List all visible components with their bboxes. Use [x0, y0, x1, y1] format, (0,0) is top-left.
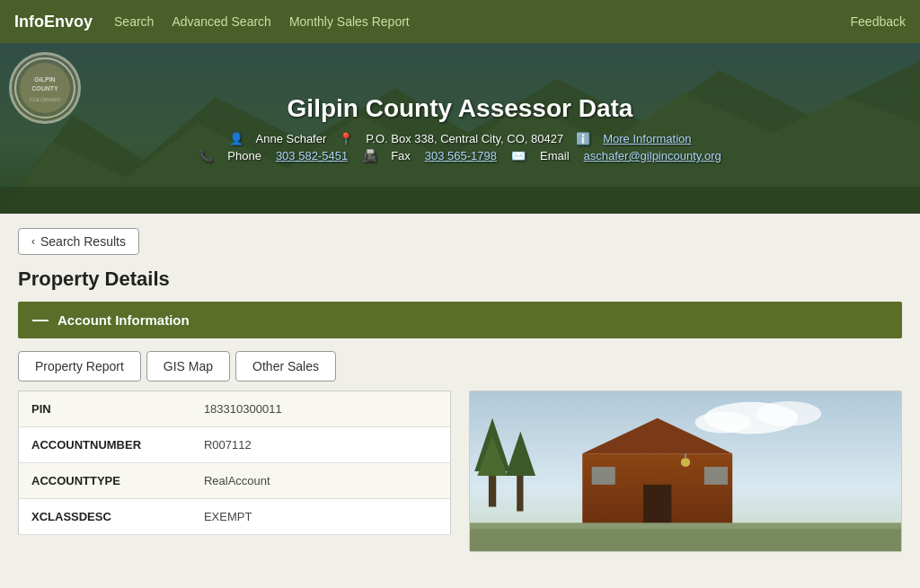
- tabs-row: Property Report GIS Map Other Sales: [18, 338, 902, 391]
- phone-label: Phone: [227, 149, 261, 162]
- brand-logo: InfoEnvoy: [14, 13, 93, 31]
- hero-content: Gilpin County Assessor Data 👤 Anne Schaf…: [0, 43, 920, 214]
- table-cell-label: XCLASSDESC: [19, 499, 191, 535]
- email-icon: ✉️: [511, 149, 526, 162]
- email-link[interactable]: aschafer@gilpincounty.org: [584, 149, 721, 162]
- table-row: XCLASSDESCEXEMPT: [19, 499, 451, 535]
- property-photo: © Assessor's Office: [469, 391, 902, 552]
- svg-rect-22: [704, 467, 728, 485]
- hero-title: Gilpin County Assessor Data: [288, 94, 633, 123]
- fax-icon: 📠: [362, 149, 376, 162]
- main-content: ‹ Search Results Property Details — Acco…: [0, 214, 920, 566]
- dash-icon: —: [32, 311, 49, 329]
- nav-monthly-sales[interactable]: Monthly Sales Report: [289, 14, 410, 29]
- hero-info-row: 👤 Anne Schafer 📍 P.O. Box 338, Central C…: [229, 132, 692, 145]
- nav-feedback[interactable]: Feedback: [851, 14, 906, 29]
- table-cell-value: 183310300011: [191, 391, 451, 427]
- assessor-address: P.O. Box 338, Central City, CO, 80427: [366, 132, 563, 145]
- svg-rect-21: [592, 467, 615, 485]
- fax-link[interactable]: 303 565-1798: [425, 149, 497, 162]
- info-icon: ℹ️: [576, 132, 590, 145]
- hero-contact-row: 📞 Phone 303 582-5451 📠 Fax 303 565-1798 …: [199, 149, 721, 162]
- more-info-link[interactable]: More Information: [603, 132, 691, 145]
- table-cell-label: PIN: [19, 391, 191, 427]
- assessor-icon: 👤: [229, 132, 243, 145]
- location-icon: 📍: [339, 132, 353, 145]
- table-cell-label: ACCOUNTTYPE: [19, 463, 191, 499]
- tab-property-report[interactable]: Property Report: [18, 351, 141, 382]
- table-row: ACCOUNTNUMBERR007112: [19, 427, 451, 463]
- email-label: Email: [540, 149, 570, 162]
- tab-other-sales[interactable]: Other Sales: [235, 351, 336, 382]
- table-row: ACCOUNTTYPERealAccount: [19, 463, 451, 499]
- navbar: InfoEnvoy Search Advanced Search Monthly…: [0, 0, 920, 43]
- assessor-name: Anne Schafer: [256, 132, 327, 145]
- table-cell-value: R007112: [191, 427, 451, 463]
- section-header-label: Account Information: [58, 312, 190, 328]
- nav-advanced-search[interactable]: Advanced Search: [172, 14, 271, 29]
- svg-rect-16: [517, 471, 523, 512]
- search-results-button[interactable]: ‹ Search Results: [18, 228, 139, 255]
- account-info-header: — Account Information: [18, 302, 902, 338]
- table-cell-value: RealAccount: [191, 463, 451, 499]
- fax-label: Fax: [391, 149, 411, 162]
- phone-link[interactable]: 303 582-5451: [276, 149, 348, 162]
- search-results-label: Search Results: [40, 234, 126, 249]
- svg-point-12: [694, 412, 751, 434]
- table-row: PIN183310300011: [19, 391, 451, 427]
- svg-rect-26: [470, 529, 901, 551]
- svg-point-23: [681, 458, 690, 467]
- svg-point-11: [756, 401, 821, 426]
- tab-gis-map[interactable]: GIS Map: [146, 351, 230, 382]
- nav-search[interactable]: Search: [114, 14, 154, 29]
- hero-banner: GILPIN COUNTY COLORADO Gilpin County Ass…: [0, 43, 920, 214]
- table-cell-value: EXEMPT: [191, 499, 451, 535]
- chevron-left-icon: ‹: [31, 235, 35, 248]
- table-cell-label: ACCOUNTNUMBER: [19, 427, 191, 463]
- property-info-table: PIN183310300011ACCOUNTNUMBERR007112ACCOU…: [18, 391, 451, 535]
- svg-rect-20: [643, 485, 671, 525]
- phone-icon: 📞: [199, 149, 213, 162]
- details-grid: PIN183310300011ACCOUNTNUMBERR007112ACCOU…: [18, 391, 902, 552]
- property-details-title: Property Details: [18, 268, 902, 291]
